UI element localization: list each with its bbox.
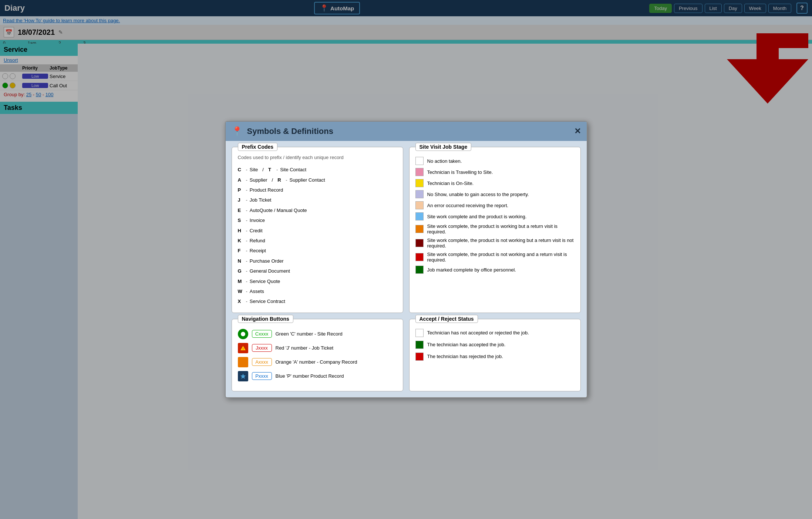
modal-overlay: 📍 Symbols & Definitions ✕ Prefix Codes C… (0, 0, 812, 47)
